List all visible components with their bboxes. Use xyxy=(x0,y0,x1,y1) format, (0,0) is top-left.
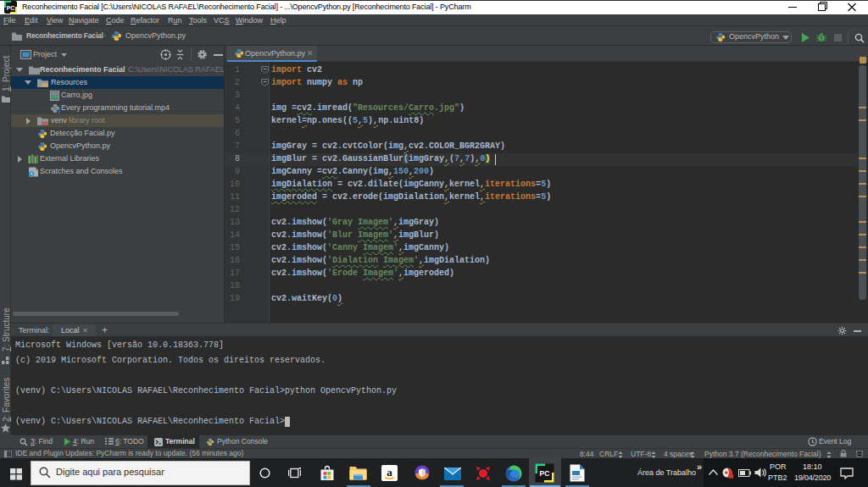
svg-text:PC: PC xyxy=(7,5,15,11)
svg-text:a: a xyxy=(387,466,392,479)
svg-text:PC: PC xyxy=(540,469,550,478)
svg-text:?: ? xyxy=(57,107,60,113)
